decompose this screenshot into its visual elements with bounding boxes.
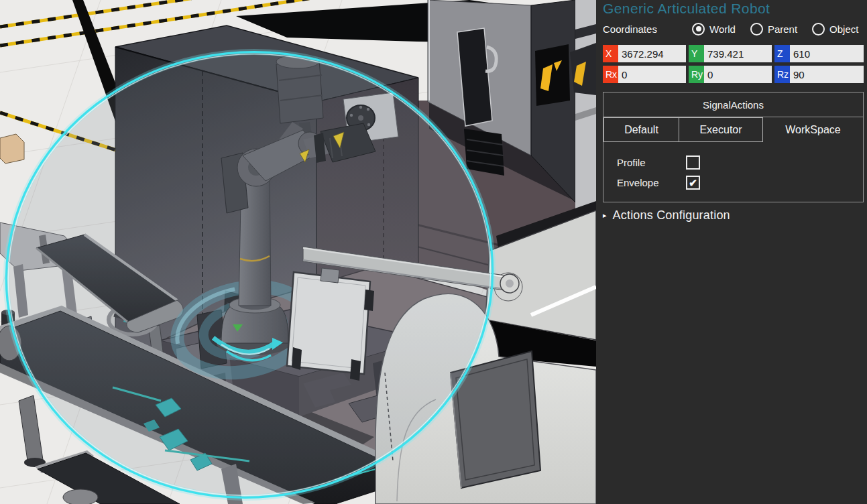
- radio-world-circle[interactable]: [692, 23, 705, 36]
- field-z[interactable]: Z: [774, 45, 864, 62]
- workspace-tab-content: Profile ✔ Envelope ✔: [603, 142, 863, 202]
- expander-arrow-icon: ▸: [603, 212, 607, 219]
- radio-object-circle[interactable]: [812, 23, 825, 36]
- axis-x-label: X: [603, 45, 618, 62]
- signal-actions-groupbox: SignalActions Default Executor WorkSpace…: [603, 92, 864, 202]
- profile-checkbox[interactable]: ✔: [686, 155, 700, 170]
- radio-object[interactable]: Object: [812, 23, 858, 36]
- axis-y-label: Y: [689, 45, 704, 62]
- machine-logo: [535, 44, 570, 106]
- axis-rz-label: Rz: [774, 66, 790, 83]
- envelope-label: Envelope: [617, 177, 686, 188]
- actions-configuration-label: Actions Configuration: [613, 208, 730, 223]
- x-input[interactable]: [618, 45, 686, 62]
- envelope-checkbox[interactable]: ✔: [686, 176, 700, 190]
- properties-panel: Generic Articulated Robot Coordinates Wo…: [596, 0, 867, 504]
- rz-input[interactable]: [790, 66, 864, 83]
- y-input[interactable]: [704, 45, 772, 62]
- tab-workspace[interactable]: WorkSpace: [763, 117, 863, 142]
- tab-executor[interactable]: Executor: [679, 117, 763, 142]
- actions-configuration-expander[interactable]: ▸ Actions Configuration: [603, 208, 864, 223]
- tan-crate[interactable]: [0, 134, 24, 164]
- radio-parent-circle[interactable]: [750, 23, 763, 36]
- radio-parent[interactable]: Parent: [750, 23, 797, 36]
- field-rx[interactable]: Rx: [603, 66, 686, 83]
- coordinates-label: Coordinates: [603, 23, 692, 35]
- profile-option-row: Profile ✔: [617, 152, 863, 172]
- radio-world[interactable]: World: [692, 23, 736, 36]
- ry-input[interactable]: [704, 66, 772, 83]
- z-input[interactable]: [790, 45, 864, 62]
- tab-default[interactable]: Default: [603, 117, 679, 142]
- signal-actions-header: SignalActions: [603, 92, 863, 117]
- viewport-3d[interactable]: [0, 0, 596, 504]
- signal-actions-tabs: Default Executor WorkSpace: [603, 117, 863, 142]
- rx-input[interactable]: [618, 66, 686, 83]
- field-x[interactable]: X: [603, 45, 686, 62]
- coordinate-fields: X Y Z Rx Ry Rz: [603, 45, 864, 83]
- field-y[interactable]: Y: [689, 45, 772, 62]
- axis-ry-label: Ry: [689, 66, 704, 83]
- axis-z-label: Z: [774, 45, 790, 62]
- field-rz[interactable]: Rz: [774, 66, 864, 83]
- envelope-option-row: Envelope ✔: [617, 172, 863, 192]
- field-ry[interactable]: Ry: [689, 66, 772, 83]
- axis-rx-label: Rx: [603, 66, 618, 83]
- profile-label: Profile: [617, 157, 686, 168]
- coordinates-row: Coordinates World Parent Object: [603, 21, 864, 36]
- page-title: Generic Articulated Robot: [603, 0, 864, 17]
